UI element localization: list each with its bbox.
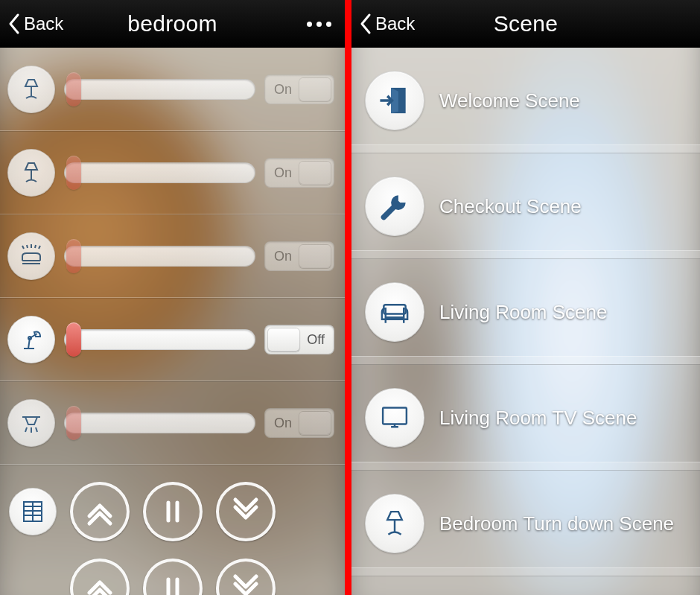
power-toggle[interactable]: On	[264, 158, 334, 188]
scene-panel: Back Scene Welcome SceneCheckout SceneLi…	[351, 0, 700, 595]
more-button[interactable]	[307, 0, 331, 48]
device-icon[interactable]	[7, 149, 55, 197]
pause-button[interactable]	[143, 559, 203, 595]
device-row: On	[0, 131, 345, 214]
toggle-knob	[267, 328, 300, 351]
brightness-slider[interactable]	[64, 412, 255, 434]
dot-icon	[307, 22, 312, 27]
header: Back Scene	[351, 0, 700, 48]
back-button[interactable]: Back	[7, 0, 63, 48]
scene-row[interactable]: Bedroom Turn down Scene	[351, 471, 700, 576]
slider-track	[64, 246, 255, 267]
down-icon	[231, 497, 261, 526]
tv-icon	[378, 401, 411, 434]
down-button[interactable]	[216, 559, 276, 595]
scene-label: Living Room Scene	[439, 301, 607, 324]
brightness-slider[interactable]	[64, 162, 255, 184]
scene-icon[interactable]	[365, 494, 424, 553]
pause-button[interactable]	[143, 482, 203, 541]
scene-row[interactable]: Living Room Scene	[351, 259, 700, 365]
power-toggle[interactable]: Off	[264, 325, 334, 354]
toggle-knob	[299, 411, 331, 435]
slider-thumb[interactable]	[66, 239, 81, 273]
enter-door-icon	[378, 84, 411, 117]
toggle-label: Off	[307, 325, 325, 354]
sofa-icon	[378, 296, 411, 328]
page-title: Scene	[494, 11, 559, 36]
downlight-icon	[18, 410, 45, 436]
scene-row[interactable]: Welcome Scene	[351, 48, 700, 153]
down-icon	[231, 573, 261, 595]
scene-label: Bedroom Turn down Scene	[439, 512, 674, 535]
bed-light-icon	[18, 243, 45, 270]
panel-divider	[345, 0, 351, 595]
slider-thumb[interactable]	[66, 72, 81, 106]
blinds-controls	[0, 554, 345, 595]
up-button[interactable]	[70, 482, 130, 541]
device-row: Off	[0, 298, 345, 381]
dot-icon	[316, 22, 322, 27]
scene-icon[interactable]	[365, 176, 424, 236]
back-button[interactable]: Back	[359, 0, 415, 48]
up-icon	[85, 497, 115, 526]
chevron-left-icon	[359, 13, 372, 35]
power-toggle[interactable]: On	[264, 408, 334, 438]
toggle-knob	[299, 77, 331, 101]
table-lamp-icon	[378, 507, 411, 540]
slider-track	[64, 162, 255, 183]
devices-list: On On On Off	[0, 48, 345, 595]
chevron-left-icon	[7, 13, 21, 35]
brightness-slider[interactable]	[64, 78, 255, 101]
blinds-device-icon[interactable]	[9, 488, 57, 535]
device-icon[interactable]	[7, 232, 55, 280]
blinds-controls	[0, 465, 345, 554]
device-row: On	[0, 214, 345, 298]
back-label: Back	[375, 13, 415, 34]
slider-thumb[interactable]	[66, 322, 81, 357]
desk-lamp-icon	[18, 326, 45, 353]
up-button[interactable]	[70, 559, 130, 595]
back-label: Back	[24, 13, 63, 34]
page-title: bedroom	[127, 11, 217, 36]
slider-thumb[interactable]	[66, 156, 81, 190]
scenes-list: Welcome SceneCheckout SceneLiving Room S…	[351, 48, 700, 576]
device-icon[interactable]	[7, 399, 55, 447]
pause-icon	[158, 497, 188, 526]
brightness-slider[interactable]	[64, 245, 255, 267]
brightness-slider[interactable]	[64, 328, 255, 351]
device-icon[interactable]	[7, 66, 55, 113]
device-row: On	[0, 381, 345, 465]
toggle-label: On	[274, 409, 292, 437]
table-lamp-icon	[18, 159, 45, 186]
slider-track	[64, 413, 255, 433]
device-row: On	[0, 48, 345, 131]
toggle-label: On	[274, 242, 292, 270]
toggle-label: On	[274, 159, 292, 187]
dot-icon	[326, 22, 331, 27]
toggle-label: On	[274, 75, 292, 104]
scene-row[interactable]: Living Room TV Scene	[351, 365, 700, 471]
scene-icon[interactable]	[365, 71, 424, 130]
wrench-icon	[378, 190, 411, 223]
scene-label: Welcome Scene	[439, 89, 580, 112]
down-button[interactable]	[216, 482, 276, 541]
power-toggle[interactable]: On	[264, 241, 334, 271]
table-lamp-icon	[18, 76, 45, 103]
scene-label: Checkout Scene	[439, 195, 582, 218]
slider-track	[64, 329, 255, 350]
scene-row[interactable]: Checkout Scene	[351, 153, 700, 259]
up-icon	[85, 573, 115, 595]
toggle-knob	[299, 161, 331, 185]
slider-track	[64, 79, 255, 100]
scene-icon[interactable]	[365, 282, 424, 342]
blinds-icon	[19, 498, 46, 525]
pause-icon	[158, 573, 188, 595]
scene-icon[interactable]	[365, 388, 424, 448]
header: Back bedroom	[0, 0, 345, 48]
scene-label: Living Room TV Scene	[439, 407, 637, 430]
power-toggle[interactable]: On	[264, 74, 334, 104]
device-icon[interactable]	[7, 316, 55, 363]
toggle-knob	[299, 244, 331, 268]
bedroom-panel: Back bedroom On On	[0, 0, 345, 595]
slider-thumb[interactable]	[66, 406, 81, 440]
